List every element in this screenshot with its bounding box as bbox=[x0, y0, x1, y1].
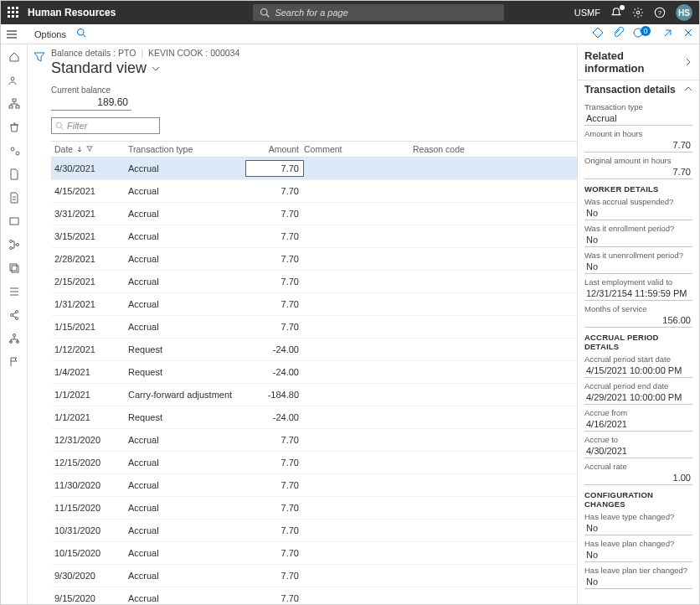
current-balance-label: Current balance bbox=[51, 85, 577, 95]
diamond-icon[interactable] bbox=[592, 27, 604, 41]
nav-person-settings-icon[interactable] bbox=[8, 145, 20, 157]
table-row[interactable]: 1/1/2021Carry-forward adjustment-184.80 bbox=[51, 384, 577, 406]
cell-amount[interactable]: -24.00 bbox=[245, 344, 304, 354]
ap-start-value: 4/15/2021 10:00:00 PM bbox=[584, 364, 692, 378]
options-search-icon[interactable] bbox=[76, 28, 86, 40]
table-row[interactable]: 1/31/2021Accrual7.70 bbox=[51, 293, 577, 316]
nav-stack-icon[interactable] bbox=[8, 262, 20, 274]
table-row[interactable]: 3/31/2021Accrual7.70 bbox=[51, 203, 577, 225]
transaction-details-title[interactable]: Transaction details bbox=[584, 84, 676, 96]
cell-amount[interactable]: 7.70 bbox=[245, 435, 304, 445]
cell-amount[interactable]: 7.70 bbox=[245, 525, 304, 535]
notifications-icon[interactable] bbox=[610, 7, 622, 18]
table-row[interactable]: 2/15/2021Accrual7.70 bbox=[51, 271, 577, 293]
col-comment[interactable]: Comment bbox=[304, 144, 413, 154]
global-search[interactable]: Search for a page bbox=[253, 4, 504, 21]
table-row[interactable]: 3/15/2021Accrual7.70 bbox=[51, 225, 577, 248]
last-emp-label: Last employment valid to bbox=[584, 277, 692, 287]
app-launcher-icon[interactable] bbox=[8, 7, 19, 18]
col-type[interactable]: Transaction type bbox=[128, 144, 245, 154]
table-row[interactable]: 4/15/2021Accrual7.70 bbox=[51, 180, 577, 203]
table-row[interactable]: 1/1/2021Request-24.00 bbox=[51, 406, 577, 429]
filter-pane-toggle[interactable] bbox=[28, 44, 51, 604]
attach-icon[interactable] bbox=[612, 27, 624, 41]
cell-type: Accrual bbox=[128, 277, 245, 287]
grid-header: Date Transaction type Amount Comment Rea… bbox=[51, 141, 577, 158]
nav-doc-icon[interactable] bbox=[8, 168, 20, 180]
col-date[interactable]: Date bbox=[51, 144, 128, 154]
table-row[interactable]: 2/28/2021Accrual7.70 bbox=[51, 248, 577, 271]
cell-amount[interactable]: 7.70 bbox=[245, 571, 304, 581]
nav-list-icon[interactable] bbox=[8, 286, 20, 297]
options-menu[interactable]: Options bbox=[34, 29, 66, 39]
nav-flag-icon[interactable] bbox=[8, 356, 20, 368]
cell-type: Accrual bbox=[128, 503, 245, 513]
nav-org-icon[interactable] bbox=[8, 98, 20, 110]
chevron-down-icon[interactable] bbox=[152, 64, 160, 75]
nav-tree-icon[interactable] bbox=[8, 239, 20, 251]
nav-trash-icon[interactable] bbox=[8, 122, 20, 133]
cell-amount[interactable]: 7.70 bbox=[245, 503, 304, 513]
nav-hierarchy-icon[interactable] bbox=[8, 333, 20, 344]
cell-amount[interactable]: 7.70 bbox=[245, 209, 304, 219]
table-row[interactable]: 11/30/2020Accrual7.70 bbox=[51, 474, 577, 497]
cell-amount[interactable]: 7.70 bbox=[245, 548, 304, 558]
rate-value: 1.00 bbox=[584, 471, 692, 485]
cell-amount[interactable]: 7.70 bbox=[245, 254, 304, 264]
table-row[interactable]: 11/15/2020Accrual7.70 bbox=[51, 497, 577, 520]
table-row[interactable]: 9/30/2020Accrual7.70 bbox=[51, 565, 577, 587]
chevron-right-icon[interactable] bbox=[684, 56, 692, 69]
svg-rect-18 bbox=[9, 106, 13, 108]
svg-rect-2 bbox=[16, 7, 18, 9]
config-changes-header: CONFIGURATION CHANGES bbox=[584, 490, 692, 509]
nav-share-icon[interactable] bbox=[8, 309, 20, 321]
refresh-icon[interactable]: 0 bbox=[632, 27, 654, 41]
table-row[interactable]: 12/15/2020Accrual7.70 bbox=[51, 452, 577, 474]
table-row[interactable]: 9/15/2020Accrual7.70 bbox=[51, 587, 577, 604]
enroll-value: No bbox=[584, 233, 692, 247]
cell-amount[interactable]: 7.70 bbox=[245, 160, 304, 177]
nav-home-icon[interactable] bbox=[8, 51, 20, 63]
cell-date: 3/15/2021 bbox=[51, 231, 128, 241]
tx-type-label: Transaction type bbox=[584, 102, 692, 111]
cell-amount[interactable]: 7.70 bbox=[245, 458, 304, 468]
table-row[interactable]: 10/31/2020Accrual7.70 bbox=[51, 520, 577, 542]
nav-people-icon[interactable] bbox=[8, 75, 20, 86]
cell-date: 1/1/2021 bbox=[51, 412, 128, 422]
table-row[interactable]: 1/12/2021Request-24.00 bbox=[51, 339, 577, 361]
cell-date: 1/1/2021 bbox=[51, 390, 128, 400]
col-amount[interactable]: Amount bbox=[245, 144, 304, 154]
chevron-up-icon[interactable] bbox=[684, 84, 692, 96]
cell-date: 1/4/2021 bbox=[51, 367, 128, 377]
company-picker[interactable]: USMF bbox=[574, 8, 600, 18]
cell-amount[interactable]: 7.70 bbox=[245, 186, 304, 196]
cell-amount[interactable]: 7.70 bbox=[245, 593, 304, 603]
cell-amount[interactable]: 7.70 bbox=[245, 277, 304, 287]
table-row[interactable]: 1/4/2021Request-24.00 bbox=[51, 361, 577, 384]
nav-doc2-icon[interactable] bbox=[8, 192, 20, 204]
col-reason[interactable]: Reason code bbox=[413, 144, 497, 154]
cell-amount[interactable]: 7.70 bbox=[245, 299, 304, 309]
popout-icon[interactable] bbox=[662, 27, 674, 41]
nav-badge-icon[interactable] bbox=[8, 215, 20, 227]
nav-toggle-icon[interactable] bbox=[6, 28, 18, 40]
table-row[interactable]: 10/15/2020Accrual7.70 bbox=[51, 542, 577, 565]
grid-filter-input[interactable]: Filter bbox=[51, 117, 160, 134]
help-icon[interactable]: ? bbox=[654, 7, 666, 18]
close-icon[interactable] bbox=[682, 27, 694, 41]
cell-date: 1/15/2021 bbox=[51, 322, 128, 332]
cell-amount[interactable]: 7.70 bbox=[245, 480, 304, 490]
cell-amount[interactable]: 7.70 bbox=[245, 231, 304, 241]
cell-type: Accrual bbox=[128, 571, 245, 581]
cell-type: Accrual bbox=[128, 435, 245, 445]
table-row[interactable]: 4/30/2021Accrual7.70 bbox=[51, 158, 577, 180]
settings-icon[interactable] bbox=[632, 7, 644, 18]
cell-amount[interactable]: 7.70 bbox=[245, 322, 304, 332]
table-row[interactable]: 1/15/2021Accrual7.70 bbox=[51, 316, 577, 339]
cell-amount[interactable]: -24.00 bbox=[245, 367, 304, 377]
table-row[interactable]: 12/31/2020Accrual7.70 bbox=[51, 429, 577, 452]
user-avatar[interactable]: HS bbox=[676, 4, 692, 21]
cell-amount[interactable]: -184.80 bbox=[245, 390, 304, 400]
cell-amount[interactable]: -24.00 bbox=[245, 412, 304, 422]
page-title[interactable]: Standard view bbox=[51, 59, 147, 77]
